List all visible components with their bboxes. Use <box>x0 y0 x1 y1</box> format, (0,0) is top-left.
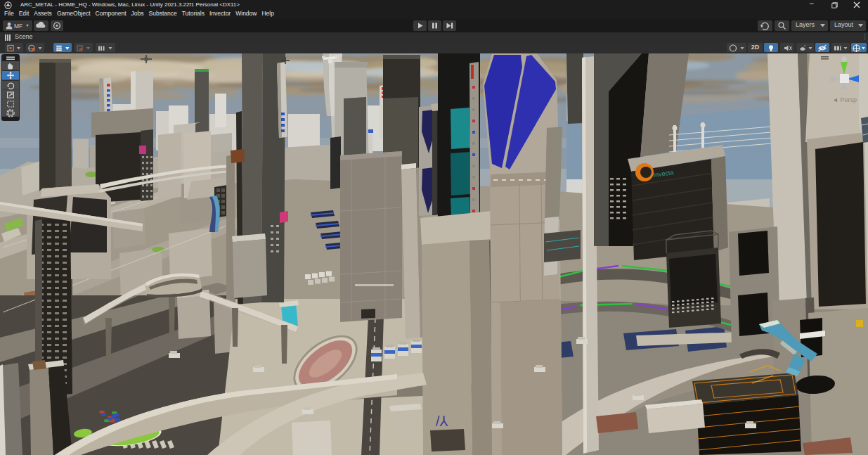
svg-text:/⅄: /⅄ <box>436 414 449 429</box>
svg-text:◄ Persp: ◄ Persp <box>832 96 857 103</box>
svg-text:MF: MF <box>14 23 22 30</box>
